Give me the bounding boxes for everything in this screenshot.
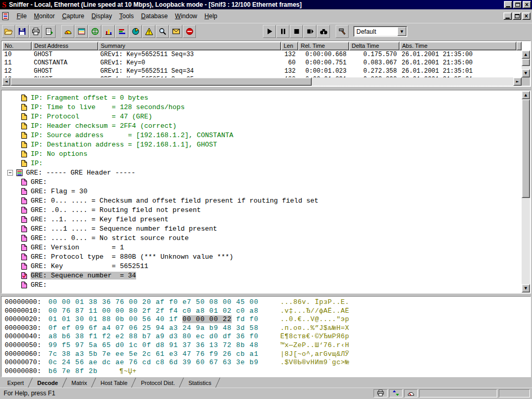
tab-expert[interactable]: Expert [3,378,33,388]
column-header-abs[interactable]: Abs. Time [400,42,516,50]
column-header-dest[interactable]: Dest Address [32,42,98,50]
hex-row[interactable]: 00000060:7c 38 a3 5b 7e ee 5e 2c 61 e3 4… [5,350,530,359]
start-button[interactable] [263,25,276,38]
menu-capture[interactable]: Capture [58,10,88,22]
scroll-down-button[interactable]: ▼ [522,69,530,77]
profile-combobox[interactable]: Default ▼ [353,26,407,37]
decode-line[interactable]: GRE: Protocol type = 880B (*** Unknown v… [2,252,522,261]
alarm-log-button[interactable] [142,25,155,38]
packet-row-10[interactable]: 10GHOSTGREv1: Key=5652511 Seq=331320:00:… [2,50,522,59]
stop-and-display-button[interactable] [303,25,316,38]
matrix-button[interactable] [88,25,101,38]
menu-help[interactable]: Help [201,10,221,22]
tab-host-table[interactable]: Host Table [97,378,137,388]
decode-text: IP: [31,159,43,167]
close-button[interactable]: × [523,1,531,8]
menu-file[interactable]: File [13,10,30,22]
decode-line[interactable]: GRE: ----- GRE Header ----- [2,168,522,177]
decode-line[interactable]: IP: No options [2,149,522,158]
column-header-rel[interactable]: Rel. Time [298,42,349,50]
decode-line[interactable]: GRE: Sequence number = 34 [2,271,522,280]
packet-list-horizontal-scrollbar[interactable]: ◄ ► [2,77,522,86]
scroll-up-button[interactable]: ▲ [522,50,530,59]
child-close-button[interactable]: × [522,12,530,20]
tab-matrix[interactable]: Matrix [68,378,97,388]
scrollbar-thumb[interactable] [522,59,530,66]
decode-line[interactable]: GRE: [2,177,522,187]
decode-line[interactable]: IP: Header checksum = 2FF4 (correct) [2,121,522,130]
pause-button[interactable] [276,25,289,38]
child-restore-button[interactable] [513,12,521,20]
column-header-summary[interactable]: Summary [98,42,281,50]
decode-line[interactable]: IP: Destination address = [192.168.1.1],… [2,140,522,149]
hex-rows: 00000000:00 00 01 38 36 76 00 20 af f0 e… [5,298,530,376]
hex-row[interactable]: 00000030:0f ef 09 6f a4 07 06 25 94 a3 2… [5,324,530,333]
decode-line[interactable]: IP: Protocol = 47 (GRE) [2,112,522,121]
child-minimize-button[interactable] [503,12,512,20]
decode-text: GRE: .0.. .... = Routing field not prese… [31,206,201,214]
column-header-len[interactable]: Len [281,42,298,50]
hex-row[interactable]: 00000080:b6 7e 8f 2b¶~Џ+ [5,367,530,376]
menu-window[interactable]: Window [171,10,201,22]
scrollbar-thumb[interactable] [10,77,312,86]
dashboard-button[interactable] [61,25,74,38]
print-button[interactable] [29,25,42,38]
decode-line[interactable]: GRE: .... 0... = No strict source route [2,233,522,243]
decode-line[interactable]: IP: Time to live = 128 seconds/hops [2,102,522,112]
menu-monitor[interactable]: Monitor [30,10,58,22]
packet-list-vertical-scrollbar[interactable]: ▲ ▼ [522,50,530,77]
decode-line[interactable]: GRE: Version = 1 [2,243,522,252]
tab-protocol-dist[interactable]: Protocol Dist. [137,378,184,388]
menu-database[interactable]: Database [137,10,171,22]
hex-row[interactable]: 00000020:01 01 30 01 88 0b 00 56 40 1f 0… [5,315,530,324]
decode-line[interactable]: GRE: [2,280,522,289]
document-icon[interactable] [2,12,10,20]
decode-vertical-scrollbar[interactable]: ▲ ▼ [522,91,530,292]
open-button[interactable] [2,25,15,38]
decode-line[interactable]: GRE: Flag = 30 [2,187,522,196]
scroll-right-button[interactable]: ► [513,77,522,86]
decode-line[interactable]: IP: Fragment offset = 0 bytes [2,93,522,102]
scrollbar-thumb[interactable] [522,99,530,198]
statistics-button[interactable] [129,25,142,38]
save-button[interactable] [16,25,29,38]
protocol-distribution-button[interactable] [115,25,128,38]
decode-line[interactable]: GRE: Key = 5652511 [2,261,522,271]
scroll-down-button[interactable]: ▼ [522,284,530,292]
decode-line[interactable]: GRE: ..1. .... = Key field present [2,215,522,224]
hex-row[interactable]: 00000000:00 00 01 38 36 76 00 20 af f0 e… [5,298,530,307]
minimize-button[interactable] [504,1,512,8]
hex-row[interactable]: 00000070:0c 24 56 ae dc ae 76 cd c8 6d 3… [5,358,530,367]
stop-button[interactable] [290,25,303,38]
decode-line[interactable]: GRE: .0.. .... = Routing field not prese… [2,205,522,215]
history-button[interactable] [102,25,115,38]
column-header-no[interactable]: No. [2,42,32,50]
decode-line[interactable]: GRE: 0... .... = Checksum and offset fie… [2,196,522,205]
capture-panel-button[interactable] [156,25,169,38]
display-button[interactable] [317,25,330,38]
menu-display[interactable]: Display [88,10,115,22]
hex-row[interactable]: 00000040:a8 b6 38 f1 f2 e2 88 b7 a9 d3 8… [5,332,530,341]
tab-statistics[interactable]: Statistics [184,378,221,388]
abort-button[interactable] [183,25,196,38]
decode-line[interactable]: IP: [2,158,522,168]
export-button[interactable] [43,25,56,38]
address-book-button[interactable] [169,25,182,38]
scroll-up-button[interactable]: ▲ [522,91,530,99]
hex-row[interactable]: 00000010:00 76 87 11 00 00 80 2f 2f f4 c… [5,307,530,316]
define-filter-button[interactable] [336,25,349,38]
packet-row-11[interactable]: 11CONSTANTAGREv1: Key=0600:00:00.7510.08… [2,59,522,67]
decode-line[interactable]: GRE: ...1 .... = Sequence number field p… [2,224,522,233]
scroll-left-button[interactable]: ◄ [2,77,10,86]
decode-text: GRE: ..1. .... = Key field present [31,216,168,223]
maximize-button[interactable] [513,1,522,8]
menu-tools[interactable]: Tools [115,10,137,22]
hex-row[interactable]: 00000050:99 f5 97 5a 65 d0 1c 0f d8 91 3… [5,341,530,350]
combo-dropdown-button[interactable]: ▼ [397,27,406,36]
tree-collapse-toggle[interactable] [7,170,13,176]
packet-row-12[interactable]: 12GHOSTGREv1: Key=5652511 Seq=341320:00:… [2,67,522,75]
tab-decode[interactable]: Decode [33,378,68,388]
host-table-button[interactable] [75,25,88,38]
column-header-delta[interactable]: Delta Time [349,42,400,50]
decode-line[interactable]: IP: Source address = [192.168.1.2], CONS… [2,130,522,140]
